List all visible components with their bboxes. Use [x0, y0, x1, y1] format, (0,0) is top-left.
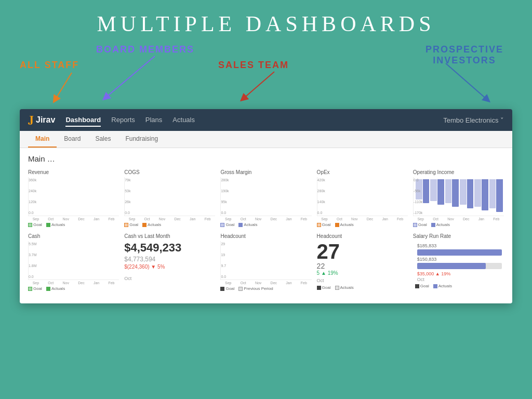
nav-link-plans[interactable]: Plans — [145, 114, 163, 127]
logo-giraffe-icon: 𝐉 — [28, 113, 34, 127]
section-title: Main … — [28, 154, 504, 163]
svg-line-2 — [243, 72, 274, 99]
chart-operating-income: Operating Income 0.0-56k-110k-170k — [413, 169, 504, 227]
salary-bar2-label: $150,833 — [417, 257, 502, 262]
chart-headcount-title: Headcount — [220, 233, 311, 239]
chart-gross-margin-title: Gross Margin — [220, 169, 311, 175]
charts-row-2: Cash 5.5M3.7M1.8M0.0 SepOctNovDecJanFeb … — [28, 233, 504, 291]
nav-link-dashboard[interactable]: Dashboard — [65, 114, 101, 127]
chart-cogs-title: COGS — [124, 169, 215, 175]
chart-operating-income-title: Operating Income — [413, 169, 504, 175]
chart-cash-title: Cash — [28, 233, 119, 239]
headcount-big-sub: 22 — [317, 262, 408, 270]
sub-tab-sales[interactable]: Sales — [88, 131, 118, 148]
sub-tab-main[interactable]: Main — [28, 131, 57, 148]
nav-company[interactable]: Tembo Electronics ˅ — [443, 116, 504, 124]
cash-vs-title: Cash vs Last Month — [124, 233, 215, 239]
chart-opex-title: OpEx — [317, 169, 408, 175]
salary-change: $35,000 ▲ 19% — [413, 271, 504, 276]
headcount-big-title: Headcount — [317, 233, 408, 239]
cash-x-label: Oct — [124, 276, 131, 281]
chart-headcount: Headcount 29199.70.0 SepOctNovDecJanFeb … — [220, 233, 311, 291]
salary-bar1-label: $185,833 — [417, 243, 502, 248]
logo: 𝐉 Jirav — [28, 113, 55, 127]
dashboard-wrapper: 𝐉 Jirav Dashboard Reports Plans Actuals … — [20, 109, 512, 303]
cash-sub-value: $4,773,594 — [124, 256, 215, 263]
dashboard-content: Main … Revenue 360k240k120k0.0 SepOctNov… — [20, 148, 512, 303]
chart-cash: Cash 5.5M3.7M1.8M0.0 SepOctNovDecJanFeb … — [28, 233, 119, 291]
sub-tab-board[interactable]: Board — [57, 131, 88, 148]
cash-change-value: $(224,360) ▼ 5% — [124, 264, 215, 270]
salary-x-label: Oct — [413, 277, 504, 282]
chart-revenue-title: Revenue — [28, 169, 119, 175]
chart-headcount-big: Headcount 27 22 5 ▲ 19% Oct Goal Actuals — [317, 233, 408, 291]
chart-salary-run-rate: Salary Run Rate $185,833 $150,833 $35,00… — [413, 233, 504, 291]
svg-line-3 — [446, 63, 487, 100]
sub-tabs: Main Board Sales Fundraising — [20, 131, 512, 148]
nav-link-reports[interactable]: Reports — [111, 114, 135, 127]
svg-line-1 — [105, 56, 155, 98]
headcount-big-main: 27 — [317, 241, 408, 262]
nav-bar: 𝐉 Jirav Dashboard Reports Plans Actuals … — [20, 109, 512, 131]
label-board-members: BOARD MEMBERS — [96, 44, 194, 55]
chart-cash-vs-last-month: Cash vs Last Month $4,549,233 $4,773,594… — [124, 233, 215, 291]
label-prospective-investors: PROSPECTIVE INVESTORS — [425, 44, 503, 66]
chart-cogs: COGS 79k53k26k0.0 SepOctNovDecJanFeb Goa… — [124, 169, 215, 227]
headcount-x-label: Oct — [317, 278, 408, 283]
label-sales-team: SALES TEAM — [218, 60, 289, 71]
nav-link-actuals[interactable]: Actuals — [172, 114, 195, 127]
chart-revenue: Revenue 360k240k120k0.0 SepOctNovDecJanF… — [28, 169, 119, 227]
sub-tab-fundraising[interactable]: Fundraising — [118, 131, 165, 148]
page-title: MULTIPLE DASHBOARDS — [0, 0, 532, 42]
nav-links: Dashboard Reports Plans Actuals — [65, 114, 443, 127]
label-all-staff: ALL STAFF — [20, 60, 79, 71]
chart-gross-margin: Gross Margin 280k190k95k0.0 SepOctNovDec… — [220, 169, 311, 227]
headcount-big-change: 5 ▲ 19% — [317, 270, 408, 276]
charts-row-1: Revenue 360k240k120k0.0 SepOctNovDecJanF… — [28, 169, 504, 227]
logo-text: Jirav — [36, 115, 55, 125]
chart-opex: OpEx 420k280k140k0.0 SepOctNovDecJanFeb … — [317, 169, 408, 227]
salary-title: Salary Run Rate — [413, 233, 504, 239]
cash-main-value: $4,549,233 — [124, 241, 215, 255]
svg-line-0 — [55, 73, 72, 100]
